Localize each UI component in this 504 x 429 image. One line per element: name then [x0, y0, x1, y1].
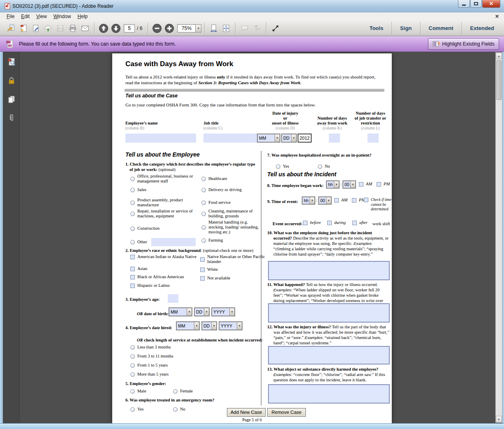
checkbox[interactable]	[334, 198, 339, 203]
print-button[interactable]	[67, 22, 79, 35]
radio-button[interactable]	[201, 177, 206, 181]
radio-option[interactable]: Yes	[276, 164, 289, 169]
injury-illness-textarea[interactable]	[268, 346, 390, 364]
menu-view[interactable]: View	[33, 13, 50, 20]
checkbox[interactable]	[303, 221, 307, 225]
radio-option[interactable]: Sales	[130, 187, 146, 192]
open-file-button[interactable]	[5, 22, 17, 35]
radio-option[interactable]: No	[318, 164, 330, 169]
close-button[interactable]: ✕	[482, 0, 500, 8]
checkbox[interactable]	[130, 284, 135, 288]
radio-button[interactable]	[130, 407, 135, 412]
vertical-scrollbar[interactable]: ▲ ▼	[495, 52, 502, 423]
radio-option[interactable]: Material handling (e.g. stocking, loadin…	[201, 220, 263, 235]
create-pdf-button[interactable]	[17, 22, 30, 35]
birth-month-select[interactable]: MM▾	[169, 307, 192, 316]
radio-option[interactable]: Product assembly, product manufacture	[130, 198, 196, 208]
radio-button[interactable]	[173, 407, 178, 412]
checkbox-option[interactable]: Check if time cannot be determined	[364, 198, 392, 212]
radio-button[interactable]	[130, 389, 135, 394]
radio-button[interactable]	[201, 188, 206, 192]
checkbox[interactable]	[352, 221, 357, 225]
checkbox-option[interactable]: American Indian or Alaska Native	[130, 254, 200, 259]
radio-option[interactable]: Female	[173, 389, 193, 394]
radio-button[interactable]	[173, 389, 178, 394]
checkbox[interactable]	[327, 221, 332, 225]
tab-comment[interactable]: Comment	[421, 23, 462, 34]
edit-text-button[interactable]	[251, 22, 263, 35]
radio-option[interactable]: From 1 to 5 years	[130, 363, 168, 368]
hired-year-select[interactable]: YYYY▾	[219, 321, 243, 330]
checkbox-option[interactable]: PM	[352, 198, 365, 203]
comment-button[interactable]	[238, 22, 251, 35]
activity-before-incident-textarea[interactable]	[268, 261, 390, 280]
checkbox-option[interactable]: AM	[334, 198, 347, 203]
scrolling-mode-button[interactable]	[208, 22, 220, 35]
checkbox[interactable]	[130, 267, 135, 271]
what-happened-textarea[interactable]	[268, 303, 390, 323]
radio-option[interactable]: Food service	[201, 200, 231, 205]
checkbox-option[interactable]: PM	[377, 182, 390, 187]
next-page-button[interactable]	[110, 22, 122, 35]
fill-sign-button[interactable]	[30, 22, 42, 35]
radio-option[interactable]: From 3 to 11 months	[130, 354, 173, 359]
cloud-upload-button[interactable]	[42, 22, 54, 35]
menu-help[interactable]: Help	[74, 13, 91, 20]
checkbox-option[interactable]: AM	[359, 182, 372, 187]
radio-option[interactable]: Healthcare	[201, 176, 263, 181]
radio-button[interactable]	[201, 238, 206, 243]
zoom-dropdown-button[interactable]: ▾	[195, 24, 201, 32]
checkbox-option[interactable]: Native Hawaiian or Other Pacific Islande…	[200, 254, 265, 264]
previous-page-button[interactable]	[97, 22, 110, 35]
radio-button[interactable]	[201, 212, 206, 216]
zoom-level-value[interactable]: 75%	[177, 24, 195, 32]
checkbox[interactable]	[352, 198, 356, 203]
radio-button[interactable]	[201, 225, 206, 230]
checkbox-option[interactable]: Black or African American	[130, 274, 184, 279]
radio-button[interactable]	[130, 354, 135, 359]
radio-button[interactable]	[130, 226, 135, 231]
add-new-case-button[interactable]: Add New Case	[227, 408, 266, 417]
checkbox[interactable]	[377, 182, 381, 187]
pages-panel-button[interactable]	[6, 94, 17, 105]
page-thumbnails-button[interactable]	[6, 57, 17, 67]
radio-button[interactable]	[201, 201, 206, 205]
event-hour-select[interactable]: hh▾	[302, 196, 315, 205]
scroll-up-button[interactable]: ▲	[496, 53, 502, 59]
other-category-input[interactable]	[151, 238, 196, 246]
birth-day-select[interactable]: DD▾	[194, 307, 210, 316]
checkbox[interactable]	[200, 257, 205, 262]
radio-button[interactable]	[130, 345, 135, 350]
began-work-hour-select[interactable]: hh▾	[326, 180, 340, 189]
began-work-minute-select[interactable]: 00▾	[342, 180, 356, 189]
checkbox-option[interactable]: White	[200, 267, 218, 272]
security-panel-button[interactable]	[6, 76, 17, 86]
menu-file[interactable]: File	[3, 13, 18, 20]
radio-option[interactable]: Farming	[201, 238, 223, 243]
injury-day-select[interactable]: DD▾	[281, 134, 297, 143]
save-button[interactable]	[54, 22, 67, 35]
radio-option[interactable]: Cleaning, maintenance of building, groun…	[201, 209, 263, 219]
tab-sign[interactable]: Sign	[392, 23, 420, 34]
remove-case-button[interactable]: Remove Case	[267, 408, 306, 417]
highlight-fields-button[interactable]: Highlight Existing Fields	[428, 38, 499, 50]
radio-button[interactable]	[130, 201, 135, 205]
tab-extended[interactable]: Extended	[462, 23, 502, 34]
checkbox[interactable]	[200, 268, 205, 272]
tab-tools[interactable]: Tools	[361, 23, 392, 34]
radio-option[interactable]: No	[173, 407, 185, 412]
zoom-out-button[interactable]	[151, 22, 163, 35]
radio-button[interactable]	[130, 372, 135, 377]
birth-year-select[interactable]: YYYY▾	[211, 307, 235, 316]
radio-button[interactable]	[276, 164, 280, 169]
email-button[interactable]	[79, 22, 91, 35]
checkbox-option[interactable]: after	[352, 220, 368, 225]
attachments-panel-button[interactable]	[6, 113, 17, 123]
minimize-button[interactable]	[458, 0, 470, 8]
checkbox-option[interactable]: Not available	[200, 276, 230, 281]
checkbox-option[interactable]: Hispanic or Latino	[130, 283, 170, 288]
days-transfer-input[interactable]	[368, 134, 379, 143]
menu-window[interactable]: Window	[50, 13, 74, 20]
radio-option[interactable]: Other	[130, 238, 196, 246]
page-number-input[interactable]	[124, 24, 135, 32]
